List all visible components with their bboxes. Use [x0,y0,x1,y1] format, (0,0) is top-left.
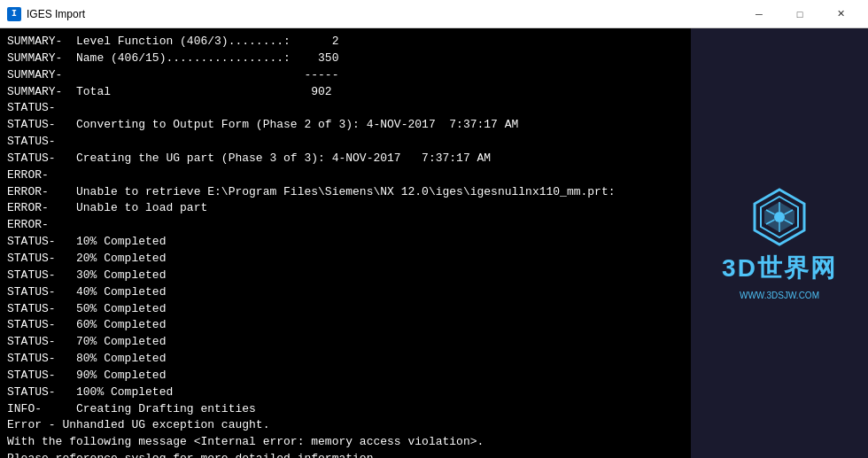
minimize-button[interactable]: ─ [739,0,779,28]
maximize-button[interactable]: □ [779,0,820,28]
terminal-line: SUMMARY- Total 902 [7,84,684,101]
close-button[interactable]: ✕ [820,0,861,28]
terminal-line: ERROR- Unable to load part [7,200,684,217]
terminal-line: ERROR- [7,217,684,234]
terminal-line: INFO- Creating Drafting entities [7,401,684,418]
terminal-line: With the following message <Internal err… [7,434,684,451]
terminal-line: STATUS- 10% Completed [7,234,684,251]
terminal-line: STATUS- Converting to Output Form (Phase… [7,117,684,134]
terminal-line: Please reference syslog for more detaile… [7,451,684,458]
terminal-output[interactable]: SUMMARY- Level Function (406/3)........:… [0,28,691,458]
terminal-line: ERROR- Unable to retrieve E:\Program Fil… [7,184,684,201]
svg-point-3 [774,212,785,222]
terminal-line: STATUS- 90% Completed [7,368,684,384]
window-controls: ─ □ ✕ [739,0,861,28]
main-area: SUMMARY- Level Function (406/3)........:… [0,28,868,458]
terminal-line: ERROR- [7,167,684,184]
terminal-line: STATUS- 80% Completed [7,351,684,368]
terminal-line: STATUS- Creating the UG part (Phase 3 of… [7,151,684,167]
terminal-line: SUMMARY- Name (406/15).................:… [7,50,684,67]
window-title: IGES Import [27,8,739,20]
logo-url-text: WWW.3DSJW.COM [740,291,819,300]
terminal-line: Error - Unhandled UG exception caught. [7,417,684,434]
terminal-line: SUMMARY- ----- [7,67,684,84]
terminal-line: STATUS- 30% Completed [7,268,684,284]
app-icon: I [7,7,21,21]
terminal-line: STATUS- 20% Completed [7,251,684,268]
logo-3d-text: 3D世界网 [722,252,837,285]
terminal-line: STATUS- 50% Completed [7,301,684,318]
terminal-line: STATUS- 40% Completed [7,284,684,301]
sidebar-watermark: 3D世界网 WWW.3DSJW.COM [691,28,868,458]
title-bar: I IGES Import ─ □ ✕ [0,0,868,28]
terminal-line: STATUS- 100% Completed [7,384,684,401]
terminal-line: STATUS- 70% Completed [7,334,684,351]
logo-container: 3D世界网 WWW.3DSJW.COM [722,186,837,300]
terminal-line: SUMMARY- Level Function (406/3)........:… [7,34,684,50]
terminal-line: STATUS- 60% Completed [7,317,684,334]
terminal-line: STATUS- [7,100,684,117]
terminal-line: STATUS- [7,134,684,151]
hex-logo-icon [748,186,810,248]
